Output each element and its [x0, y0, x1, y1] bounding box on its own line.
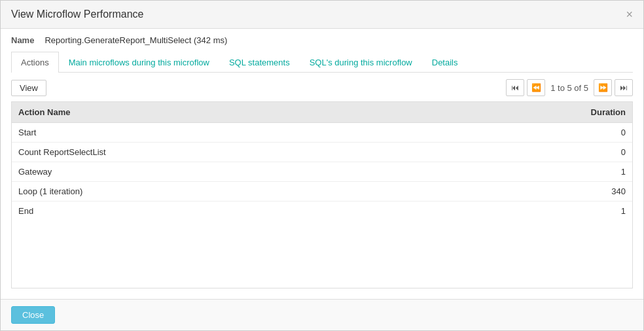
- name-label: Name: [11, 35, 34, 45]
- pagination-first-button[interactable]: ⏮: [506, 79, 524, 96]
- view-button[interactable]: View: [11, 80, 46, 96]
- dialog: View Microflow Performance × Name Report…: [0, 0, 644, 331]
- table-row: Gateway 1: [12, 162, 632, 182]
- cell-action-name: Loop (1 iteration): [12, 182, 431, 201]
- dialog-header: View Microflow Performance ×: [1, 1, 643, 29]
- cell-action-name: Start: [12, 123, 431, 143]
- tab-details[interactable]: Details: [422, 52, 468, 73]
- tabs-bar: Actions Main microflows during this micr…: [11, 52, 633, 73]
- name-row: Name Reporting.GenerateReport_MultiSelec…: [11, 35, 633, 45]
- tab-sql-statements[interactable]: SQL statements: [219, 52, 300, 73]
- close-x-button[interactable]: ×: [626, 9, 633, 20]
- col-action-name: Action Name: [12, 102, 431, 123]
- table-wrapper: Action Name Duration Start 0 Count Repor…: [11, 101, 633, 288]
- pagination-next-button[interactable]: ⏩: [594, 79, 612, 96]
- table-header-row: Action Name Duration: [12, 102, 632, 123]
- cell-duration: 1: [431, 201, 632, 221]
- dialog-footer: Close: [1, 299, 643, 330]
- close-button[interactable]: Close: [11, 306, 55, 324]
- tab-sqls-during[interactable]: SQL's during this microflow: [300, 52, 422, 73]
- table-row: Count ReportSelectList 0: [12, 143, 632, 162]
- cell-duration: 0: [431, 123, 632, 143]
- cell-action-name: Count ReportSelectList: [12, 143, 431, 162]
- pagination-info: 1 to 5 of 5: [550, 83, 588, 93]
- dialog-title: View Microflow Performance: [11, 9, 143, 20]
- name-value: Reporting.GenerateReport_MultiSelect (34…: [45, 35, 227, 45]
- table-row: Start 0: [12, 123, 632, 143]
- cell-duration: 1: [431, 162, 632, 182]
- cell-action-name: Gateway: [12, 162, 431, 182]
- cell-action-name: End: [12, 201, 431, 221]
- cell-duration: 0: [431, 143, 632, 162]
- pagination-last-button[interactable]: ⏭: [615, 79, 633, 96]
- dialog-body: Name Reporting.GenerateReport_MultiSelec…: [1, 29, 643, 299]
- table-row: Loop (1 iteration) 340: [12, 182, 632, 201]
- cell-duration: 340: [431, 182, 632, 201]
- table-row: End 1: [12, 201, 632, 221]
- actions-table: Action Name Duration Start 0 Count Repor…: [12, 102, 632, 220]
- tab-main-microflows[interactable]: Main microflows during this microflow: [59, 52, 219, 73]
- toolbar: View ⏮ ⏪ 1 to 5 of 5 ⏩ ⏭: [11, 79, 633, 96]
- pagination-prev-button[interactable]: ⏪: [527, 79, 545, 96]
- col-duration: Duration: [431, 102, 632, 123]
- tab-actions[interactable]: Actions: [11, 52, 59, 73]
- pagination: ⏮ ⏪ 1 to 5 of 5 ⏩ ⏭: [506, 79, 633, 96]
